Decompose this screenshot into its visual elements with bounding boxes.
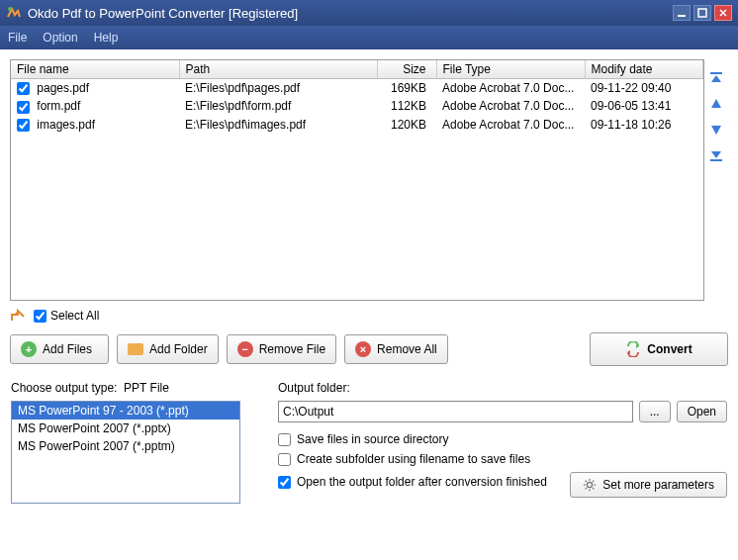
- svg-line-11: [593, 481, 594, 482]
- output-folder-label: Output folder:: [278, 381, 727, 395]
- titlebar: Okdo Pdf to PowerPoint Converter [Regist…: [0, 0, 738, 26]
- svg-line-12: [586, 488, 587, 489]
- svg-rect-4: [710, 159, 722, 161]
- reorder-arrows: [704, 59, 728, 301]
- maximize-button[interactable]: [693, 5, 711, 21]
- output-type-listbox[interactable]: MS PowerPoint 97 - 2003 (*.ppt)MS PowerP…: [11, 401, 240, 504]
- remove-all-label: Remove All: [377, 342, 437, 356]
- folder-icon: [128, 343, 143, 355]
- browse-button[interactable]: ...: [639, 401, 671, 422]
- convert-label: Convert: [647, 342, 692, 356]
- remove-file-label: Remove File: [259, 342, 325, 356]
- row-checkbox[interactable]: [17, 119, 30, 132]
- plus-icon: +: [21, 341, 37, 357]
- col-path[interactable]: Path: [179, 60, 377, 79]
- remove-file-button[interactable]: − Remove File: [227, 334, 336, 364]
- svg-point-0: [8, 7, 12, 11]
- set-more-parameters-button[interactable]: Set more parameters: [570, 472, 727, 498]
- x-icon: ×: [355, 341, 371, 357]
- save-in-source-label: Save files in source directory: [297, 432, 448, 446]
- folder-up-icon[interactable]: [10, 309, 26, 323]
- open-after-checkbox[interactable]: [278, 476, 291, 489]
- select-all-input[interactable]: [34, 310, 46, 323]
- output-type-current: PPT File: [124, 381, 169, 395]
- table-row[interactable]: pages.pdfE:\Files\pdf\pages.pdf169KBAdob…: [11, 79, 703, 98]
- add-folder-button[interactable]: Add Folder: [117, 334, 219, 364]
- close-button[interactable]: [714, 5, 732, 21]
- open-after-label: Open the output folder after conversion …: [297, 475, 547, 489]
- menu-help[interactable]: Help: [94, 31, 119, 45]
- file-list[interactable]: File name Path Size File Type Modify dat…: [10, 59, 704, 301]
- select-all-label: Select All: [50, 309, 99, 323]
- add-files-button[interactable]: + Add Files: [10, 334, 109, 364]
- row-checkbox[interactable]: [17, 82, 30, 95]
- save-in-source-checkbox[interactable]: [278, 433, 291, 446]
- params-label: Set more parameters: [602, 478, 714, 492]
- minus-icon: −: [237, 341, 253, 357]
- create-subfolder-label: Create subfolder using filename to save …: [297, 452, 530, 466]
- col-modify[interactable]: Modify date: [585, 60, 703, 79]
- svg-rect-2: [698, 9, 706, 17]
- menu-option[interactable]: Option: [43, 31, 77, 45]
- output-folder-input[interactable]: [278, 401, 633, 422]
- output-type-option[interactable]: MS PowerPoint 2007 (*.pptm): [12, 437, 239, 455]
- window-title: Okdo Pdf to PowerPoint Converter [Regist…: [28, 6, 670, 21]
- open-folder-button[interactable]: Open: [677, 401, 727, 422]
- add-folder-label: Add Folder: [149, 342, 208, 356]
- output-type-option[interactable]: MS PowerPoint 97 - 2003 (*.ppt): [12, 402, 239, 420]
- minimize-button[interactable]: [673, 5, 691, 21]
- gear-icon: [583, 478, 597, 492]
- col-filename[interactable]: File name: [11, 60, 179, 79]
- col-filetype[interactable]: File Type: [436, 60, 585, 79]
- convert-button[interactable]: Convert: [590, 332, 728, 366]
- row-checkbox[interactable]: [17, 101, 30, 114]
- move-bottom-icon[interactable]: [707, 146, 725, 164]
- menubar: File Option Help: [0, 26, 738, 49]
- svg-line-10: [586, 481, 587, 482]
- move-down-icon[interactable]: [707, 121, 725, 139]
- remove-all-button[interactable]: × Remove All: [344, 334, 448, 364]
- app-icon: [6, 5, 22, 21]
- svg-line-13: [593, 488, 594, 489]
- svg-rect-3: [710, 72, 722, 74]
- svg-rect-1: [678, 15, 686, 17]
- output-type-label: Choose output type: PPT File: [11, 381, 258, 395]
- table-row[interactable]: form.pdfE:\Files\pdf\form.pdf112KBAdobe …: [11, 97, 703, 115]
- menu-file[interactable]: File: [8, 31, 27, 45]
- add-files-label: Add Files: [43, 342, 92, 356]
- select-all-checkbox[interactable]: Select All: [34, 309, 99, 323]
- output-type-option[interactable]: MS PowerPoint 2007 (*.pptx): [12, 420, 239, 437]
- move-top-icon[interactable]: [707, 69, 725, 87]
- convert-icon: [625, 341, 641, 357]
- table-row[interactable]: images.pdfE:\Files\pdf\images.pdf120KBAd…: [11, 116, 703, 134]
- svg-point-5: [588, 482, 593, 487]
- create-subfolder-checkbox[interactable]: [278, 453, 291, 466]
- move-up-icon[interactable]: [707, 95, 725, 113]
- col-size[interactable]: Size: [377, 60, 436, 79]
